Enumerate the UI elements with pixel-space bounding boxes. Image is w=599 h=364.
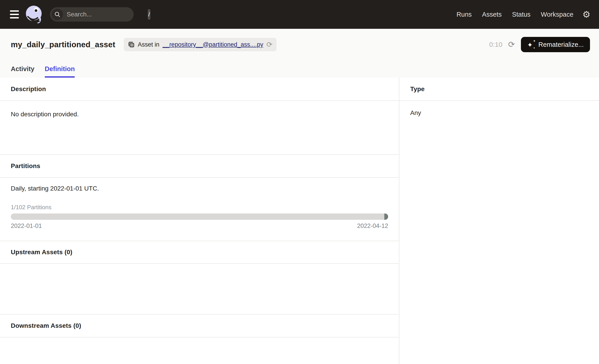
rematerialize-label: Rematerialize... bbox=[538, 41, 584, 48]
nav-link-assets[interactable]: Assets bbox=[482, 11, 502, 18]
search-bar[interactable]: / bbox=[50, 7, 134, 22]
downstream-section-header: Downstream Assets (0) bbox=[0, 314, 399, 338]
reload-icon[interactable]: ⟳ bbox=[266, 41, 273, 48]
partitions-body: Daily, starting 2022-01-01 UTC. 1/102 Pa… bbox=[0, 178, 399, 241]
rematerialize-button[interactable]: ✦ ✦ ✦ Rematerialize... bbox=[521, 37, 590, 52]
refresh-timer: 0:10 bbox=[489, 41, 502, 48]
nav-link-runs[interactable]: Runs bbox=[457, 11, 472, 18]
partitions-section-header: Partitions bbox=[0, 155, 399, 178]
partitions-count-label: 1/102 Partitions bbox=[11, 204, 388, 211]
partitions-definition-text: Daily, starting 2022-01-01 UTC. bbox=[11, 185, 388, 192]
type-section-header: Type bbox=[399, 78, 599, 101]
tab-definition[interactable]: Definition bbox=[45, 65, 75, 78]
type-heading: Type bbox=[410, 86, 425, 93]
partition-range-start: 2022-01-01 bbox=[11, 223, 42, 229]
asset-repository-link[interactable]: __repository__@partitioned_ass....py bbox=[162, 41, 263, 48]
menu-icon[interactable] bbox=[10, 10, 19, 18]
search-shortcut-key: / bbox=[148, 9, 150, 20]
tab-activity[interactable]: Activity bbox=[11, 65, 35, 78]
asset-chip-prefix: Asset in bbox=[138, 41, 159, 48]
asset-group-icon bbox=[128, 41, 135, 48]
partition-range-end: 2022-04-12 bbox=[357, 223, 388, 229]
description-section-header: Description bbox=[0, 78, 399, 101]
type-value: Any bbox=[410, 109, 421, 116]
partitions-progress-bar[interactable] bbox=[11, 214, 388, 220]
asset-location-chip[interactable]: Asset in __repository__@partitioned_ass.… bbox=[124, 38, 277, 51]
top-navbar: / Runs Assets Status Workspace ⚙ bbox=[0, 0, 599, 29]
app-screen: / Runs Assets Status Workspace ⚙ my_dail… bbox=[0, 0, 599, 364]
partitions-heading: Partitions bbox=[11, 162, 40, 170]
description-text: No description provided. bbox=[11, 111, 79, 118]
gear-icon[interactable]: ⚙ bbox=[582, 10, 590, 19]
main-content: Description No description provided. Par… bbox=[0, 78, 599, 364]
search-icon bbox=[52, 9, 63, 20]
upstream-heading: Upstream Assets (0) bbox=[11, 249, 72, 256]
type-body: Any bbox=[399, 101, 599, 117]
tab-bar: Activity Definition bbox=[11, 65, 75, 78]
page-title: my_daily_partitioned_asset bbox=[11, 40, 115, 49]
dagster-logo-icon[interactable] bbox=[25, 4, 43, 25]
nav-link-workspace[interactable]: Workspace bbox=[541, 11, 573, 18]
description-heading: Description bbox=[11, 86, 46, 93]
sparkles-icon: ✦ ✦ ✦ bbox=[527, 41, 535, 49]
definition-right-panel: Type Any bbox=[399, 78, 599, 364]
upstream-empty-body bbox=[0, 264, 399, 314]
partitions-progress-materialized-tip bbox=[384, 214, 388, 220]
downstream-heading: Downstream Assets (0) bbox=[11, 322, 81, 329]
nav-links: Runs Assets Status Workspace bbox=[457, 11, 573, 18]
upstream-section-header: Upstream Assets (0) bbox=[0, 241, 399, 264]
refresh-icon[interactable]: ⟳ bbox=[508, 41, 515, 49]
description-body: No description provided. bbox=[0, 101, 399, 155]
definition-left-panel: Description No description provided. Par… bbox=[0, 78, 399, 364]
nav-link-status[interactable]: Status bbox=[512, 11, 530, 18]
search-input[interactable] bbox=[67, 11, 148, 18]
page-header: my_daily_partitioned_asset Asset in __re… bbox=[0, 29, 599, 78]
